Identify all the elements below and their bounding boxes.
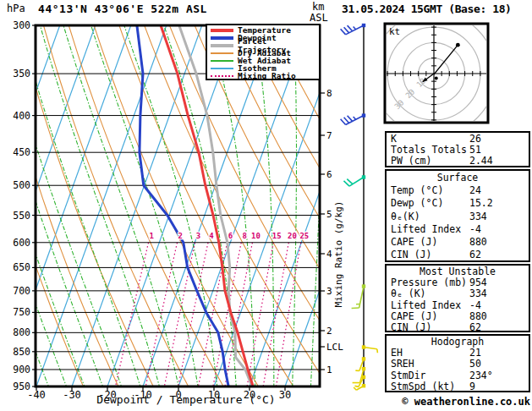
legend-line-sample (211, 68, 233, 69)
legend-item: Mixing Ratio (211, 72, 319, 79)
svg-text:650: 650 (13, 261, 30, 273)
panel-row-label: Temp (°C) (391, 184, 443, 196)
svg-text:8: 8 (326, 88, 332, 99)
panel-row-label: StmSpd (kt) (391, 381, 455, 392)
panel-row-value: 334 (469, 288, 487, 299)
panel-row-label: Lifted Index (391, 299, 461, 311)
svg-text:700: 700 (13, 285, 30, 297)
panel-row: Lifted Index-4 (391, 223, 529, 236)
x-axis-title: Dewpoint / Temperature (°C) (68, 393, 304, 406)
panel-row-value: 62 (469, 322, 481, 333)
panel-row-value: -4 (469, 300, 481, 311)
svg-text:4: 4 (326, 249, 332, 260)
panel-row: CIN (J)62 (391, 322, 529, 333)
legend-line-sample (211, 36, 233, 40)
panel-row-label: Dewp (°C) (391, 197, 443, 209)
legend-line-sample (211, 60, 233, 62)
panel-row: Dewp (°C)15.2 (391, 197, 529, 210)
altitude-axis-unit-asl: ASL (310, 12, 328, 24)
panel-group: SurfaceTemp (°C)24Dewp (°C)15.2θₑ(K)334L… (385, 169, 530, 262)
skewt-page: 1234681015202530035040045050055060065070… (0, 0, 532, 411)
svg-text:10: 10 (251, 232, 261, 240)
legend-line-sample (211, 52, 233, 54)
svg-text:550: 550 (13, 210, 30, 222)
panel-row-value: 9 (469, 381, 475, 392)
svg-text:15: 15 (272, 232, 282, 240)
svg-text:5: 5 (326, 209, 332, 220)
legend-line-sample (211, 29, 233, 32)
panel-row: Temp (°C)24 (391, 184, 529, 197)
panel-row-value: 880 (469, 236, 487, 249)
svg-text:2: 2 (178, 232, 183, 240)
panel-group-header: Hodograph (391, 337, 529, 348)
panel-row-label: CIN (J) (391, 249, 431, 260)
panel-row-value: 62 (469, 249, 481, 261)
svg-text:25: 25 (299, 232, 309, 240)
panel-group: K26Totals Totals51PW (cm)2.44 (385, 131, 530, 167)
panel-row: CAPE (J)880 (391, 236, 529, 249)
lcl-label: LCL (326, 342, 343, 353)
panel-row: PW (cm)2.44 (391, 156, 529, 167)
panel-row-label: EH (391, 347, 403, 359)
pressure-axis-unit: hPa (7, 3, 25, 14)
panel-row-value: 334 (469, 211, 487, 223)
svg-text:1: 1 (326, 364, 332, 375)
svg-text:6: 6 (228, 232, 233, 240)
copyright-label: © weatheronline.co.uk (363, 396, 530, 408)
svg-text:3: 3 (196, 232, 200, 240)
panel-row-label: K (391, 133, 397, 145)
svg-text:500: 500 (13, 179, 30, 191)
svg-text:350: 350 (13, 68, 30, 79)
svg-text:6: 6 (326, 169, 332, 180)
panel-row-label: StmDir (391, 370, 426, 381)
panel-row-value: 2.44 (469, 156, 493, 167)
panel-group: Most UnstablePressure (mb)954θₑ (K)334Li… (385, 264, 530, 332)
svg-text:900: 900 (13, 364, 30, 375)
panel-row-label: CIN (J) (391, 321, 431, 333)
svg-text:400: 400 (13, 110, 30, 122)
panel-row: θₑ(K)334 (391, 211, 529, 223)
svg-text:-40: -40 (27, 389, 46, 401)
svg-text:8: 8 (242, 232, 246, 240)
datetime-label: 31.05.2024 15GMT (Base: 18) (342, 3, 512, 15)
panel-row-label: Lifted Index (391, 223, 461, 235)
panel-group-header: Surface (391, 172, 529, 184)
svg-text:3: 3 (326, 286, 332, 297)
panel-row-label: Totals Totals (391, 144, 467, 156)
legend-line-sample (211, 44, 233, 47)
panel-row: StmSpd (kt)9 (391, 381, 529, 392)
legend-item-label: Mixing Ratio (238, 72, 296, 80)
panel-row-label: CAPE (J) (391, 310, 437, 322)
panel-row-value: 50 (469, 359, 481, 370)
panel-row-value: -4 (469, 223, 481, 236)
svg-text:2: 2 (326, 326, 332, 337)
svg-text:4: 4 (209, 232, 214, 240)
svg-text:1: 1 (149, 232, 153, 240)
panel-row-value: 24 (469, 184, 481, 197)
panel-row-label: SREH (391, 358, 414, 370)
legend-line-sample (211, 75, 233, 77)
svg-text:20: 20 (288, 232, 297, 240)
svg-text:600: 600 (13, 237, 30, 249)
panel-row-label: PW (cm) (391, 155, 431, 167)
panel-group: HodographEH21SREH50StmDir234°StmSpd (kt)… (385, 334, 530, 392)
panel-row: CIN (J)62 (391, 249, 529, 261)
svg-text:7: 7 (326, 130, 332, 141)
svg-text:750: 750 (13, 306, 30, 318)
panel-row-value: 15.2 (469, 197, 493, 210)
panel-row-label: Pressure (mb) (391, 277, 467, 288)
page-title: 44°13'N 43°06'E 522m ASL (25, 3, 220, 15)
svg-text:800: 800 (13, 326, 30, 338)
hodograph-unit-label: kt (389, 26, 400, 37)
svg-text:450: 450 (13, 146, 30, 158)
panel-row-label: θₑ (K) (391, 288, 426, 299)
chart-legend: TemperatureDewpointParcel TrajectoryDry … (206, 24, 321, 80)
panel-row-label: θₑ(K) (391, 211, 420, 222)
panel-row-label: CAPE (J) (391, 236, 437, 248)
altitude-axis-unit-km: km (312, 1, 324, 13)
panel-row-value: 234° (469, 370, 493, 381)
svg-text:850: 850 (13, 346, 30, 358)
svg-text:300: 300 (13, 19, 30, 31)
mixing-ratio-axis-label: Mixing Ratio (g/kg) (333, 172, 344, 337)
